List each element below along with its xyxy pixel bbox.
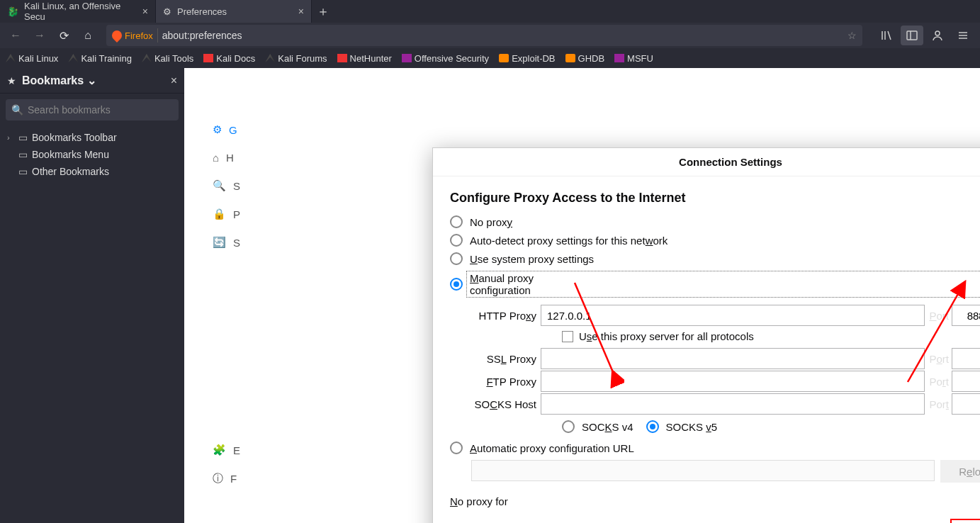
- prefs-nav: ⚙G ⌂H 🔍S 🔒P 🔄S: [213, 123, 240, 249]
- msfu-icon: [614, 54, 624, 62]
- ssl-proxy-row: SSL Proxy Port: [471, 348, 980, 369]
- star-icon: ★: [7, 75, 16, 86]
- svg-line-2: [888, 31, 891, 40]
- tree-bookmarks-menu[interactable]: ▭Bookmarks Menu: [7, 146, 177, 163]
- url-bar[interactable]: Firefox about:preferences ☆: [106, 25, 862, 46]
- help-icon: ⓘ: [213, 472, 223, 485]
- menu-icon[interactable]: [952, 26, 974, 45]
- bm-nethunter[interactable]: NetHunter: [337, 53, 392, 64]
- library-icon[interactable]: [875, 26, 898, 45]
- ssl-proxy-input[interactable]: [541, 348, 925, 369]
- radio-icon[interactable]: [450, 278, 463, 291]
- prefs-nav-general[interactable]: ⚙G: [213, 123, 240, 136]
- dialog-heading: Configure Proxy Access to the Internet: [450, 191, 980, 206]
- http-proxy-input[interactable]: [541, 305, 925, 326]
- svg-rect-3: [907, 31, 917, 40]
- prefs-nav-privacy[interactable]: 🔒P: [213, 208, 240, 220]
- no-proxy-for-label: No proxy for: [450, 495, 980, 507]
- reload-button: Reload: [940, 460, 980, 483]
- close-icon[interactable]: ×: [298, 6, 304, 17]
- tree-other-bookmarks[interactable]: ▭Other Bookmarks: [7, 163, 177, 180]
- http-port-input[interactable]: [952, 305, 980, 326]
- home-icon: ⌂: [213, 152, 219, 164]
- socks-host-input[interactable]: [541, 393, 925, 415]
- search-placeholder: Search bookmarks: [28, 104, 111, 116]
- ssl-port-input[interactable]: [952, 348, 980, 369]
- sidebar-search[interactable]: 🔍 Search bookmarks: [6, 99, 179, 120]
- sidebar-title[interactable]: Bookmarks ⌄: [22, 74, 165, 87]
- radio-icon[interactable]: [450, 442, 463, 454]
- radio-socks4[interactable]: SOCKS v4: [562, 420, 633, 433]
- ssl-proxy-label: SSL Proxy: [471, 353, 541, 365]
- bm-kali-training[interactable]: Kali Training: [68, 53, 132, 64]
- bookmark-star-icon[interactable]: ☆: [847, 30, 857, 41]
- dragon-icon: [265, 54, 275, 62]
- account-icon[interactable]: [926, 26, 949, 45]
- radio-auto-detect[interactable]: Auto-detect proxy settings for this netw…: [450, 234, 980, 247]
- prefs-nav-sync[interactable]: 🔄S: [213, 236, 240, 249]
- bm-msfu[interactable]: MSFU: [614, 53, 653, 64]
- checkbox-icon[interactable]: [562, 331, 573, 342]
- offsec-icon: [402, 54, 412, 62]
- socks-port-input[interactable]: [952, 393, 980, 415]
- home-button[interactable]: ⌂: [78, 26, 98, 45]
- prefs-nav-bottom: 🧩E ⓘF: [213, 444, 240, 485]
- prefs-nav-extensions[interactable]: 🧩E: [213, 444, 240, 456]
- radio-label: SOCKS v5: [666, 421, 718, 433]
- ftp-port-input[interactable]: [952, 371, 980, 392]
- tab-title: Kali Linux, an Offensive Secu: [24, 1, 137, 22]
- new-tab-button[interactable]: ＋: [312, 3, 334, 20]
- radio-pac-url[interactable]: Automatic proxy configuration URL: [450, 442, 980, 454]
- bm-kali-tools[interactable]: Kali Tools: [142, 53, 193, 64]
- tab-preferences[interactable]: ⚙ Preferences ×: [156, 0, 312, 23]
- bm-kali-forums[interactable]: Kali Forums: [265, 53, 327, 64]
- chevron-right-icon: ›: [7, 133, 14, 142]
- bm-exploit-db[interactable]: Exploit-DB: [499, 53, 555, 64]
- prefs-nav-home[interactable]: ⌂H: [213, 152, 240, 164]
- close-icon[interactable]: ×: [171, 74, 177, 87]
- ghdb-icon: [565, 54, 575, 62]
- use-all-protocols-row[interactable]: Use this proxy server for all protocols: [562, 330, 980, 342]
- tree-bookmarks-toolbar[interactable]: ›▭Bookmarks Toolbar: [7, 129, 177, 146]
- docs-icon: [203, 54, 213, 62]
- radio-icon[interactable]: [562, 420, 575, 433]
- prefs-nav-search[interactable]: 🔍S: [213, 179, 240, 192]
- radio-icon[interactable]: [450, 215, 463, 228]
- tab-kali[interactable]: 🐉 Kali Linux, an Offensive Secu ×: [0, 0, 156, 23]
- sidebar-toggle-icon[interactable]: [901, 26, 923, 45]
- http-proxy-label: HTTP Proxy: [471, 310, 541, 322]
- radio-manual[interactable]: Manual proxy configuration: [450, 271, 980, 298]
- bm-kali-linux[interactable]: Kali Linux: [6, 53, 58, 64]
- radio-label: Auto-detect proxy settings for this netw…: [470, 235, 668, 247]
- reload-button[interactable]: ⟳: [54, 26, 74, 45]
- pac-url-input[interactable]: [471, 460, 935, 481]
- prefs-nav-support[interactable]: ⓘF: [213, 472, 240, 485]
- bm-ghdb[interactable]: GHDB: [565, 53, 605, 64]
- port-label: Port: [925, 310, 952, 322]
- close-icon[interactable]: ×: [142, 6, 148, 17]
- nav-bar: ← → ⟳ ⌂ Firefox about:preferences ☆: [0, 23, 980, 48]
- radio-icon[interactable]: [450, 234, 463, 247]
- radio-label: Manual proxy configuration: [466, 271, 980, 298]
- bm-kali-docs[interactable]: Kali Docs: [203, 53, 255, 64]
- forward-button: →: [30, 26, 50, 45]
- proxy-grid: HTTP Proxy Port Use this proxy server fo…: [471, 305, 980, 433]
- radio-label: Automatic proxy configuration URL: [470, 442, 634, 454]
- radio-use-system[interactable]: Use system proxy settings: [450, 252, 980, 265]
- radio-icon[interactable]: [450, 252, 463, 265]
- back-button[interactable]: ←: [6, 26, 26, 45]
- socks-host-label: SOCKS Host: [471, 398, 541, 410]
- preferences-page: ⚙G ⌂H 🔍S 🔒P 🔄S 🧩E ⓘF Connection Settings…: [184, 68, 980, 523]
- ftp-proxy-input[interactable]: [541, 371, 925, 392]
- ftp-proxy-row: FTP Proxy Port: [471, 371, 980, 392]
- puzzle-icon: 🧩: [213, 444, 226, 456]
- radio-label: Use system proxy settings: [470, 253, 594, 265]
- radio-icon[interactable]: [646, 420, 659, 433]
- tab-icon: 🐉: [7, 6, 18, 17]
- radio-no-proxy[interactable]: No proxy: [450, 215, 980, 228]
- bm-offensive-security[interactable]: Offensive Security: [402, 53, 489, 64]
- radio-socks5[interactable]: SOCKS v5: [646, 420, 718, 433]
- sidebar-header: ★ Bookmarks ⌄ ×: [0, 68, 184, 94]
- firefox-identity: Firefox: [112, 30, 153, 41]
- search-icon: 🔍: [213, 179, 226, 192]
